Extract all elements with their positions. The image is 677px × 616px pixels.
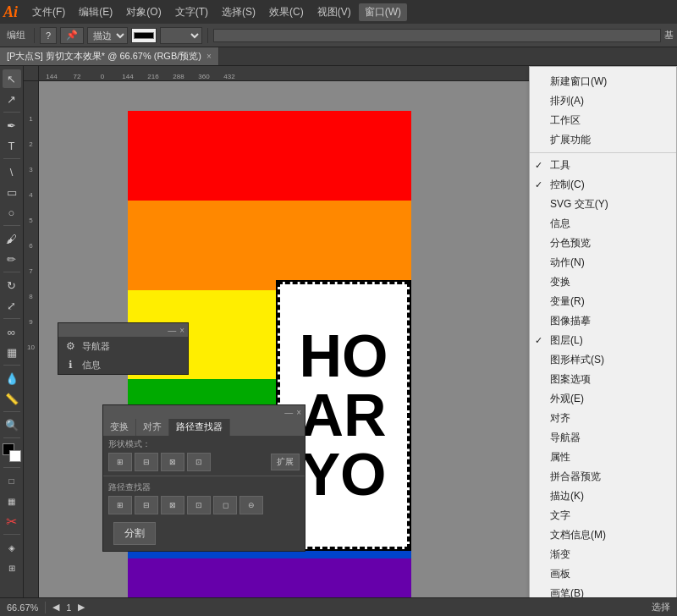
pf-minus-back-btn[interactable]: ⊖ [239,496,263,514]
menu-item-[interactable]: 属性 [530,448,676,467]
page-nav-next[interactable]: ▶ [78,602,85,613]
tool-rect[interactable]: ▭ [3,183,21,201]
tool-ellipse[interactable]: ○ [3,203,21,222]
menu-item-L[interactable]: 图层(L) [530,331,676,350]
tool-direct-select[interactable]: ↗ [3,90,21,108]
menu-item-[interactable]: 渐变 [530,545,676,564]
tool-scale[interactable]: ⤢ [3,296,21,315]
menu-select[interactable]: 选择(S) [216,3,261,21]
tool-brush[interactable]: 🖌 [3,229,21,248]
zoom-level: 66.67% [7,602,38,613]
toolbar-pin-btn[interactable]: 📌 [60,27,84,44]
pf-merge-btn[interactable]: ⊠ [161,496,184,514]
pf-outline-btn[interactable]: ◻ [213,496,237,514]
menu-item-N[interactable]: 动作(N) [530,253,676,272]
tab-align[interactable]: 对齐 [136,419,169,436]
nav-panel-navigator-row[interactable]: ⚙ 导航器 [58,337,188,355]
tool-select[interactable]: ↖ [3,69,21,88]
shape-minus-front-btn[interactable]: ⊟ [135,453,158,471]
stripe-orange [128,201,411,290]
tool-divider-4 [3,272,20,272]
menu-item-K[interactable]: 描边(K) [530,487,676,506]
toolbar-color-input[interactable] [131,28,157,43]
tool-pencil[interactable]: ✏ [3,250,21,268]
toolbar-stroke-select[interactable]: 描边 [87,27,128,44]
menu-item-[interactable]: 扩展功能 [530,130,676,150]
menu-file[interactable]: 文件(F) [26,3,71,21]
menu-item-[interactable]: 变换 [530,272,676,292]
doc-tab-close-btn[interactable]: × [206,52,212,61]
menu-item-[interactable]: 工作区 [530,111,676,130]
menu-edit[interactable]: 编辑(E) [73,3,118,21]
tab-pathfinder[interactable]: 路径查找器 [169,419,230,436]
menu-item-[interactable]: 信息 [530,214,676,234]
menu-item-E[interactable]: 外观(E) [530,389,676,409]
menu-item-[interactable]: 画板 [530,564,676,584]
menu-bar: Ai 文件(F) 编辑(E) 对象(O) 文字(T) 选择(S) 效果(C) 视… [0,0,677,24]
menu-item-M[interactable]: 文档信息(M) [530,525,676,545]
tool-pen[interactable]: ✒ [3,116,21,135]
tool-clip[interactable]: ✂ [3,512,21,531]
pf-divide-btn[interactable]: ⊞ [108,496,132,514]
tool-gradient[interactable]: ▦ [3,343,21,361]
tool-zoom[interactable]: 🔍 [3,415,21,434]
dropdown-scroll[interactable]: 新建窗口(W)排列(A)工作区扩展功能工具控制(C)SVG 交互(Y)信息分色预… [530,69,676,597]
tool-extra-2[interactable]: ⊞ [3,558,21,577]
shape-intersect-btn[interactable]: ⊠ [161,453,184,471]
menu-item-[interactable]: 文字 [530,506,676,525]
menu-text[interactable]: 文字(T) [169,3,214,21]
ruler-tick-v: 5 [24,208,38,234]
menu-item-[interactable]: 图案选项 [530,370,676,389]
menu-effect[interactable]: 效果(C) [263,3,310,21]
page-nav-prev[interactable]: ◀ [52,602,59,613]
pf-crop-btn[interactable]: ⊡ [187,496,211,514]
menu-item-A[interactable]: 排列(A) [530,91,676,111]
doc-tab[interactable]: [P大点S] 剪切文本效果* @ 66.67% (RGB/预览) × [0,47,219,65]
ruler-tick: 72 [64,73,90,80]
pathfinder-minimize-btn[interactable]: — [284,408,293,417]
menu-item-[interactable]: 分色预览 [530,234,676,253]
menu-item-[interactable]: 导航器 [530,428,676,448]
tool-divider-7 [3,411,20,412]
menu-item-[interactable]: 对齐 [530,409,676,428]
toolbar-question-btn[interactable]: ? [40,27,57,44]
pf-trim-btn[interactable]: ⊟ [135,496,158,514]
nav-panel-info-row[interactable]: ℹ 信息 [58,355,188,374]
color-boxes[interactable] [3,443,21,462]
pathfinder-close-btn[interactable]: × [296,408,301,417]
tool-eyedropper[interactable]: 💧 [3,369,21,388]
tool-measure[interactable]: 📏 [3,389,21,408]
shape-exclude-btn[interactable]: ⊡ [187,453,211,471]
menu-object[interactable]: 对象(O) [120,3,167,21]
current-tool-label: 选择 [652,601,670,613]
menu-window[interactable]: 窗口(W) [359,3,407,21]
menu-item-SVGY[interactable]: SVG 交互(Y) [530,195,676,214]
menu-view[interactable]: 视图(V) [311,3,357,21]
menu-item-C[interactable]: 控制(C) [530,175,676,195]
menu-item-S[interactable]: 图形样式(S) [530,350,676,370]
pathfinder-action-btn[interactable]: 分割 [113,522,156,545]
menu-item-[interactable]: 图像描摹 [530,311,676,331]
status-divider-1 [45,602,46,613]
tool-rotate[interactable]: ↻ [3,276,21,294]
nav-panel-close-btn[interactable]: × [179,326,184,335]
menu-item-[interactable]: 工具 [530,156,676,175]
ruler-tick: 432 [217,73,242,80]
tool-text[interactable]: T [3,136,21,155]
tool-extra-1[interactable]: ◈ [3,538,21,557]
shape-unite-btn[interactable]: ⊞ [108,453,132,471]
toolbar-size-select[interactable] [160,27,202,44]
menu-item-W[interactable]: 新建窗口(W) [530,72,676,91]
background-color[interactable] [9,450,21,462]
window-dropdown-menu: 新建窗口(W)排列(A)工作区扩展功能工具控制(C)SVG 交互(Y)信息分色预… [529,66,677,597]
tab-transform[interactable]: 变换 [103,419,136,436]
tool-line[interactable]: \ [3,162,21,181]
tool-draw-inside[interactable]: ▦ [3,492,21,510]
shape-expand-btn[interactable]: 扩展 [271,454,300,470]
tool-blend[interactable]: ∞ [3,322,21,341]
menu-item-[interactable]: 拼合器预览 [530,467,676,487]
tool-normal-mode[interactable]: □ [3,471,21,490]
nav-panel-minimize-btn[interactable]: — [168,326,176,335]
menu-item-B[interactable]: 画笔(B) [530,584,676,597]
menu-item-R[interactable]: 变量(R) [530,292,676,311]
